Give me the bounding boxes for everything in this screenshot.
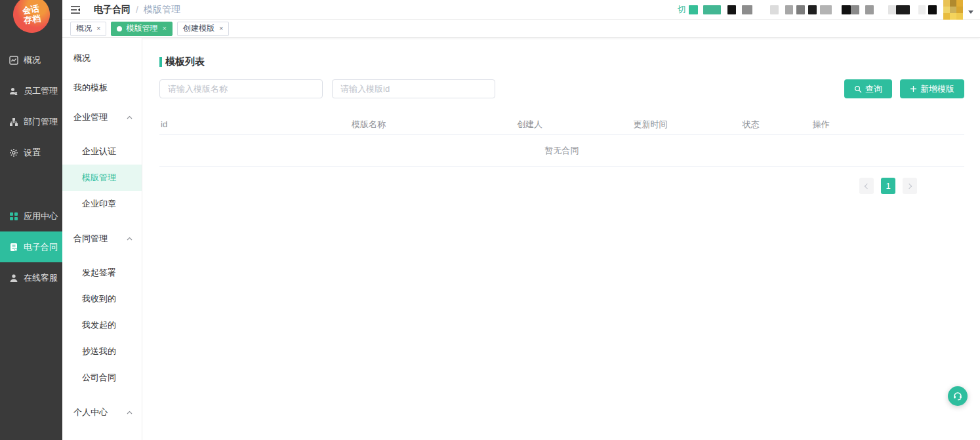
active-dot-icon	[117, 26, 122, 31]
close-icon[interactable]: ×	[96, 25, 100, 32]
submenu-group-personal-center[interactable]: 个人中心	[62, 397, 142, 427]
submenu-label: 合同管理	[73, 233, 108, 245]
chevron-down-icon[interactable]	[968, 10, 973, 14]
submenu-label: 企业印章	[82, 198, 116, 210]
column-header-creator: 创建人	[449, 119, 610, 130]
submenu-item-company-contracts[interactable]: 公司合同	[62, 365, 142, 391]
submenu-label: 我发起的	[82, 319, 116, 331]
logo-line2: 存档	[23, 13, 41, 25]
breadcrumb: 电子合同 / 模版管理	[94, 4, 180, 16]
tags-view-bar: 概况 × 模版管理 × 创建模版 ×	[62, 20, 980, 38]
sidebar-item-departments[interactable]: 部门管理	[0, 106, 62, 137]
primary-sidebar: 会话 存档 概况 员工管理 部门管理	[0, 0, 62, 440]
submenu-label: 抄送我的	[82, 346, 116, 357]
redacted-block	[851, 5, 859, 14]
submenu-item-my-templates[interactable]: 我的模板	[62, 73, 142, 102]
sidebar-item-label: 应用中心	[24, 210, 58, 222]
submenu-item-initiated-by-me[interactable]: 我发起的	[62, 312, 142, 338]
column-header-status: 状态	[691, 119, 811, 130]
submenu-item-enterprise-certification[interactable]: 企业认证	[62, 138, 142, 165]
redacted-block	[727, 5, 736, 14]
right-column: 电子合同 / 模版管理 切	[62, 0, 980, 440]
tab-label: 模版管理	[126, 23, 157, 34]
submenu-item-cc-to-me[interactable]: 抄送我的	[62, 338, 142, 365]
primary-nav: 概况 员工管理 部门管理 设置	[0, 45, 62, 293]
column-header-template-name: 模版名称	[288, 119, 449, 130]
chevron-up-icon	[127, 410, 133, 414]
breadcrumb-current: 模版管理	[144, 4, 180, 16]
contract-icon	[9, 242, 18, 252]
menu-fold-icon[interactable]	[70, 5, 82, 15]
body-row: 概况 我的模板 企业管理 企业认证 模版管理 企业印章	[62, 38, 980, 440]
redacted-block	[928, 5, 937, 14]
template-table: id 模版名称 创建人 更新时间 状态 操作 暂无合同	[159, 114, 964, 167]
add-template-button[interactable]: 新增模版	[900, 79, 964, 98]
submenu-label: 概况	[73, 52, 91, 64]
submenu-item-received-by-me[interactable]: 我收到的	[62, 286, 142, 312]
query-button[interactable]: 查询	[844, 79, 892, 98]
redacted-block	[918, 5, 926, 14]
sidebar-item-label: 概况	[24, 54, 41, 66]
template-name-input[interactable]	[159, 79, 323, 98]
pagination: 1	[159, 178, 917, 194]
submenu-label: 企业管理	[73, 111, 108, 123]
column-header-update-time: 更新时间	[610, 119, 691, 130]
app-window: 会话 存档 概况 员工管理 部门管理	[0, 0, 980, 440]
header-user-area: 切	[678, 0, 973, 19]
sidebar-item-label: 部门管理	[24, 116, 58, 128]
table-header-row: id 模版名称 创建人 更新时间 状态 操作	[159, 114, 964, 135]
departments-icon	[9, 117, 18, 127]
redacted-block	[796, 5, 805, 14]
breadcrumb-root[interactable]: 电子合同	[94, 4, 131, 16]
close-icon[interactable]: ×	[219, 25, 223, 32]
tab-overview[interactable]: 概况 ×	[70, 22, 106, 36]
redacted-block	[742, 5, 752, 14]
close-icon[interactable]: ×	[162, 25, 166, 32]
submenu-group-enterprise-management[interactable]: 企业管理	[62, 102, 142, 132]
submenu-label: 公司合同	[82, 372, 116, 384]
pagination-next-button[interactable]	[903, 178, 917, 194]
sidebar-item-overview[interactable]: 概况	[0, 45, 62, 75]
tab-template-management[interactable]: 模版管理 ×	[111, 22, 172, 36]
table-empty-state: 暂无合同	[159, 135, 964, 167]
app-logo: 会话 存档	[10, 0, 52, 35]
tab-label: 创建模版	[183, 23, 214, 34]
submenu-item-template-management[interactable]: 模版管理	[62, 165, 142, 191]
sidebar-item-employees[interactable]: 员工管理	[0, 75, 62, 106]
sidebar-item-e-contract[interactable]: 电子合同	[0, 231, 62, 262]
page-title: 模板列表	[165, 56, 205, 68]
section-title: 模板列表	[159, 56, 964, 68]
search-icon	[854, 85, 862, 93]
submenu-item-initiate-signing[interactable]: 发起签署	[62, 260, 142, 286]
redacted-link-text[interactable]: 切	[678, 4, 686, 16]
redacted-block	[820, 5, 832, 14]
add-button-label: 新增模版	[920, 83, 954, 95]
sidebar-item-settings[interactable]: 设置	[0, 137, 62, 168]
submenu-item-overview[interactable]: 概况	[62, 43, 142, 73]
breadcrumb-separator: /	[136, 5, 138, 15]
top-header: 电子合同 / 模版管理 切	[62, 0, 980, 20]
headset-icon	[952, 391, 963, 401]
pagination-prev-button[interactable]	[859, 178, 874, 194]
submenu-item-enterprise-seal[interactable]: 企业印章	[62, 191, 142, 217]
submenu-label: 企业认证	[82, 146, 116, 157]
user-avatar[interactable]	[943, 0, 963, 20]
template-id-input[interactable]	[332, 79, 495, 98]
tab-create-template[interactable]: 创建模版 ×	[177, 22, 229, 36]
pagination-page-1[interactable]: 1	[881, 178, 895, 194]
sidebar-item-online-support[interactable]: 在线客服	[0, 262, 62, 293]
customer-service-button[interactable]	[948, 386, 968, 406]
redacted-block	[770, 5, 779, 14]
sidebar-item-label: 设置	[24, 147, 41, 159]
column-header-actions: 操作	[811, 119, 964, 130]
chevron-up-icon	[127, 115, 133, 119]
support-icon	[9, 273, 18, 283]
submenu-group-contract-management[interactable]: 合同管理	[62, 224, 142, 253]
sidebar-item-app-center[interactable]: 应用中心	[0, 201, 62, 231]
main-content: 模板列表 查询 新增模版	[142, 38, 980, 440]
redacted-block	[785, 5, 793, 14]
settings-icon	[9, 148, 18, 157]
chevron-left-icon	[865, 183, 870, 188]
query-button-label: 查询	[865, 83, 882, 95]
redacted-block	[896, 5, 910, 14]
